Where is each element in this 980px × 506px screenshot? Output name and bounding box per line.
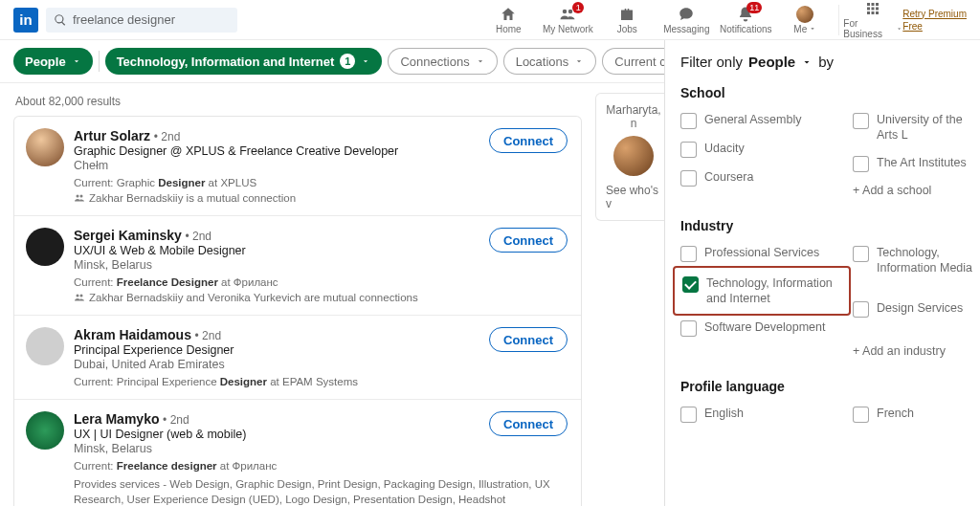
filter-people[interactable]: People bbox=[13, 48, 93, 75]
checkbox-option[interactable]: Udacity bbox=[680, 141, 843, 158]
add-industry[interactable]: + Add an industry bbox=[853, 344, 977, 358]
result-location: Minsk, Belarus bbox=[74, 258, 569, 272]
checkbox-option[interactable]: Technology, Information and Internet bbox=[682, 275, 841, 307]
result-degree: • 2nd bbox=[185, 230, 212, 243]
checkbox-checked-icon bbox=[682, 276, 699, 293]
checkbox-icon bbox=[680, 246, 697, 262]
sidebar-preview-card[interactable]: Marharyta, n See who's v bbox=[595, 93, 672, 221]
connect-button[interactable]: Connect bbox=[489, 228, 568, 253]
nav-business[interactable]: For Business bbox=[843, 0, 902, 39]
result-services: Provides services - Web Design, Graphic … bbox=[74, 477, 569, 506]
nav-network[interactable]: 1 My Network bbox=[538, 0, 597, 39]
chevron-down-icon bbox=[809, 25, 816, 33]
checkbox-option[interactable]: English bbox=[680, 406, 843, 423]
chevron-down-icon bbox=[574, 56, 584, 66]
checkbox-icon bbox=[853, 113, 869, 129]
top-nav: in freelance designer Home 1 My Network … bbox=[0, 0, 980, 40]
filter-section-language: Profile language English French bbox=[680, 379, 980, 423]
message-icon bbox=[678, 6, 695, 23]
checkbox-icon bbox=[853, 246, 869, 262]
checkbox-icon bbox=[853, 301, 869, 318]
result-name[interactable]: Artur Solarz bbox=[74, 128, 150, 143]
result-location: Chełm bbox=[74, 159, 569, 172]
chevron-down-icon bbox=[476, 56, 485, 66]
chevron-down-icon bbox=[72, 56, 81, 66]
result-current: Current: Principal Experience Designer a… bbox=[74, 376, 569, 387]
result-degree: • 2nd bbox=[154, 130, 181, 143]
search-query: freelance designer bbox=[73, 12, 175, 27]
nav-network-badge: 1 bbox=[572, 2, 584, 13]
result-degree: • 2nd bbox=[163, 413, 189, 427]
checkbox-option[interactable]: Technology, Information Media bbox=[853, 245, 977, 276]
results-card: Artur Solarz • 2nd Graphic Designer @ XP… bbox=[13, 116, 582, 506]
filter-panel-scope[interactable]: People bbox=[748, 54, 813, 70]
results-summary: About 82,000 results bbox=[15, 95, 580, 108]
result-location: Dubai, United Arab Emirates bbox=[74, 358, 569, 371]
checkbox-option[interactable]: Design Services bbox=[853, 300, 977, 318]
home-icon bbox=[500, 6, 517, 23]
result-mutual: Zakhar Bernadskiiy is a mutual connectio… bbox=[74, 192, 569, 204]
avatar[interactable] bbox=[26, 228, 64, 266]
result-name[interactable]: Lera Mamyko bbox=[74, 411, 159, 427]
filter-locations[interactable]: Locations bbox=[503, 48, 597, 75]
checkbox-option[interactable]: General Assembly bbox=[680, 112, 843, 129]
connect-button[interactable]: Connect bbox=[489, 411, 568, 436]
premium-link[interactable]: Retry Premium Free bbox=[902, 8, 967, 33]
checkbox-icon bbox=[680, 170, 697, 187]
nav-me[interactable]: Me bbox=[775, 0, 835, 39]
result-row[interactable]: Artur Solarz • 2nd Graphic Designer @ XP… bbox=[14, 117, 581, 216]
section-header: Profile language bbox=[680, 379, 980, 394]
result-current: Current: Freelance Designer at Фриланс bbox=[74, 276, 569, 288]
checkbox-icon bbox=[680, 142, 697, 158]
checkbox-icon bbox=[853, 407, 869, 423]
highlight-box: Technology, Information and Internet bbox=[673, 266, 851, 317]
people-icon bbox=[74, 292, 85, 303]
filter-connections[interactable]: Connections bbox=[388, 48, 497, 75]
section-header: School bbox=[680, 85, 980, 100]
filter-section-industry: Industry Professional Services Technolog… bbox=[680, 218, 980, 359]
preview-title: Marharyta, n bbox=[606, 103, 661, 130]
result-name[interactable]: Sergei Kaminsky bbox=[74, 228, 182, 243]
avatar bbox=[796, 6, 813, 23]
result-degree: • 2nd bbox=[195, 329, 222, 342]
checkbox-icon bbox=[680, 320, 697, 337]
nav-notif-badge: 11 bbox=[746, 2, 762, 13]
search-input[interactable]: freelance designer bbox=[46, 8, 237, 33]
checkbox-option[interactable]: Professional Services bbox=[680, 245, 843, 262]
result-current: Current: Freelance designer at Фриланс bbox=[74, 460, 569, 472]
checkbox-option[interactable]: Software Development bbox=[680, 319, 843, 337]
chevron-down-icon bbox=[361, 56, 370, 66]
avatar[interactable] bbox=[26, 327, 64, 365]
add-school[interactable]: + Add a school bbox=[853, 184, 977, 197]
briefcase-icon bbox=[618, 6, 635, 23]
section-header: Industry bbox=[680, 218, 980, 233]
avatar[interactable] bbox=[26, 128, 64, 166]
avatar[interactable] bbox=[26, 411, 64, 450]
checkbox-icon bbox=[680, 407, 697, 423]
connect-button[interactable]: Connect bbox=[489, 327, 568, 352]
nav-jobs[interactable]: Jobs bbox=[597, 0, 657, 39]
result-row[interactable]: Sergei Kaminsky • 2nd UX/UI & Web & Mobi… bbox=[14, 216, 581, 316]
people-icon bbox=[74, 192, 85, 204]
filter-panel: Filter only People by School General Ass… bbox=[664, 40, 980, 506]
nav-home[interactable]: Home bbox=[479, 0, 538, 39]
checkbox-option[interactable]: The Art Institutes bbox=[853, 155, 977, 172]
result-row[interactable]: Akram Haidamous • 2nd Principal Experien… bbox=[14, 316, 581, 400]
nav-messaging[interactable]: Messaging bbox=[657, 0, 716, 39]
checkbox-option[interactable]: Coursera bbox=[680, 169, 843, 187]
chevron-down-icon bbox=[801, 56, 813, 68]
avatar bbox=[613, 136, 654, 176]
result-row[interactable]: Lera Mamyko • 2nd UX | UI Designer (web … bbox=[14, 400, 581, 506]
checkbox-option[interactable]: University of the Arts L bbox=[853, 112, 977, 143]
linkedin-logo[interactable]: in bbox=[13, 8, 38, 33]
result-mutual: Zakhar Bernadskiiy and Veronika Yurkevic… bbox=[74, 292, 569, 303]
checkbox-option[interactable]: French bbox=[853, 406, 977, 423]
filter-industry-applied[interactable]: Technology, Information and Internet 1 bbox=[105, 48, 383, 75]
checkbox-icon bbox=[853, 156, 869, 172]
preview-text: See who's v bbox=[606, 184, 661, 210]
nav-notifications[interactable]: 11 Notifications bbox=[716, 0, 775, 39]
checkbox-icon bbox=[680, 113, 697, 129]
result-name[interactable]: Akram Haidamous bbox=[74, 327, 191, 342]
connect-button[interactable]: Connect bbox=[489, 128, 568, 153]
filter-panel-by: by bbox=[818, 54, 834, 70]
